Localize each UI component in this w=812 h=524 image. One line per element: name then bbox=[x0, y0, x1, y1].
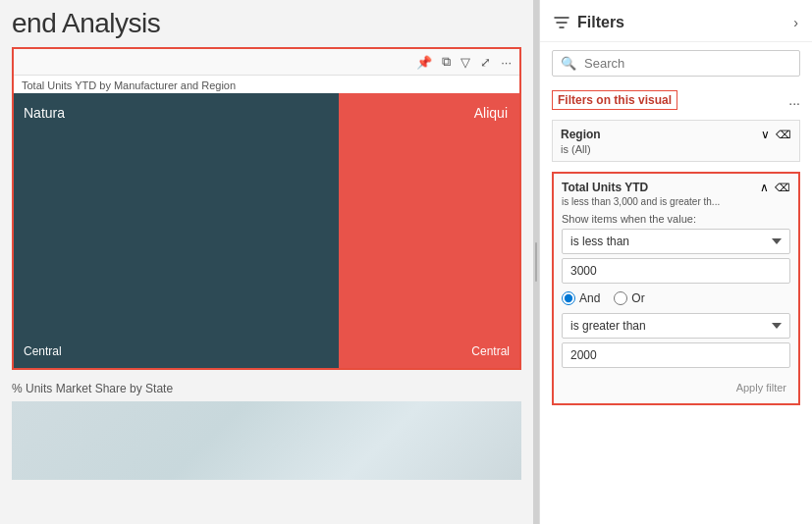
region-filter-value: is (All) bbox=[561, 143, 791, 155]
search-input[interactable] bbox=[584, 56, 791, 71]
filters-header: Filters › bbox=[540, 0, 812, 42]
panel-divider bbox=[533, 0, 539, 524]
total-units-filter-subtitle: is less than 3,000 and is greater th... bbox=[562, 196, 790, 207]
treemap-left-bottom-label: Central bbox=[24, 344, 62, 358]
filters-panel-title: Filters bbox=[577, 14, 624, 31]
region-filter-title: Region bbox=[561, 128, 601, 141]
apply-filter-row: Apply filter bbox=[562, 380, 790, 395]
map-section-title: % Units Market Share by State bbox=[12, 380, 521, 397]
and-radio-input[interactable] bbox=[562, 291, 575, 305]
visual-container: 📌 ⧉ ▽ ⤢ ··· Total Units YTD by Manufactu… bbox=[12, 47, 521, 370]
filters-on-visual-section: Filters on this visual ... bbox=[540, 84, 812, 114]
search-icon: 🔍 bbox=[561, 56, 576, 71]
treemap-left-cell: Natura Central bbox=[14, 93, 339, 368]
region-filter-icons bbox=[761, 127, 791, 141]
or-label: Or bbox=[631, 291, 644, 305]
region-filter-clear-icon[interactable] bbox=[776, 127, 791, 141]
treemap-right-bottom-label: Central bbox=[471, 344, 510, 358]
or-radio-label[interactable]: Or bbox=[614, 291, 644, 305]
filters-on-visual-more-icon[interactable]: ... bbox=[788, 92, 800, 108]
visual-subtitle: Total Units YTD by Manufacturer and Regi… bbox=[14, 76, 519, 93]
or-radio-input[interactable] bbox=[614, 291, 627, 305]
treemap-left-top-label: Natura bbox=[24, 105, 65, 121]
pin-icon[interactable]: 📌 bbox=[414, 53, 434, 72]
region-filter-chevron-down-icon[interactable] bbox=[761, 127, 770, 141]
filters-chevron-right-icon[interactable]: › bbox=[793, 15, 798, 30]
and-radio-label[interactable]: And bbox=[562, 291, 600, 305]
region-filter-header: Region bbox=[561, 127, 791, 141]
treemap-right-cell: Aliqui Central bbox=[339, 93, 519, 368]
total-units-filter-card: Total Units YTD is less than 3,000 and i… bbox=[552, 172, 800, 405]
and-label: And bbox=[579, 291, 600, 305]
map-background bbox=[12, 401, 521, 480]
region-filter-card: Region is (All) bbox=[552, 120, 800, 162]
treemap-right-top-label: Aliqui bbox=[474, 105, 508, 121]
map-placeholder bbox=[12, 401, 521, 480]
condition1-value-input[interactable] bbox=[562, 258, 790, 284]
condition2-dropdown[interactable]: is less than is greater than is equal to… bbox=[562, 313, 790, 339]
filters-title-group: Filters bbox=[554, 14, 624, 31]
filters-on-visual-label: Filters on this visual bbox=[552, 90, 677, 110]
expand-icon[interactable]: ⤢ bbox=[478, 53, 493, 72]
copy-icon[interactable]: ⧉ bbox=[440, 52, 453, 72]
total-units-filter-header: Total Units YTD bbox=[562, 180, 790, 194]
filter-header-icon bbox=[554, 15, 569, 30]
filter-icon[interactable]: ▽ bbox=[459, 53, 472, 72]
total-units-filter-title: Total Units YTD bbox=[562, 181, 648, 194]
filters-on-visual-header: Filters on this visual ... bbox=[552, 90, 800, 110]
condition2-value-input[interactable] bbox=[562, 342, 790, 368]
more-icon[interactable]: ··· bbox=[499, 53, 514, 72]
filters-panel: Filters › 🔍 Filters on this visual ... R… bbox=[539, 0, 812, 524]
visual-toolbar: 📌 ⧉ ▽ ⤢ ··· bbox=[14, 49, 519, 76]
left-panel: end Analysis 📌 ⧉ ▽ ⤢ ··· Total Units YTD… bbox=[0, 0, 533, 524]
condition1-dropdown[interactable]: is less than is greater than is equal to… bbox=[562, 229, 790, 254]
total-units-filter-clear-icon[interactable] bbox=[775, 180, 790, 194]
and-or-row: And Or bbox=[562, 289, 790, 307]
search-box: 🔍 bbox=[552, 50, 800, 77]
total-units-filter-icons bbox=[760, 180, 790, 194]
treemap: Natura Central Aliqui Central bbox=[14, 93, 519, 368]
apply-filter-button[interactable]: Apply filter bbox=[732, 380, 790, 395]
total-units-filter-chevron-up-icon[interactable] bbox=[760, 180, 769, 194]
page-title: end Analysis bbox=[12, 8, 521, 39]
show-items-label: Show items when the value: bbox=[562, 213, 790, 225]
